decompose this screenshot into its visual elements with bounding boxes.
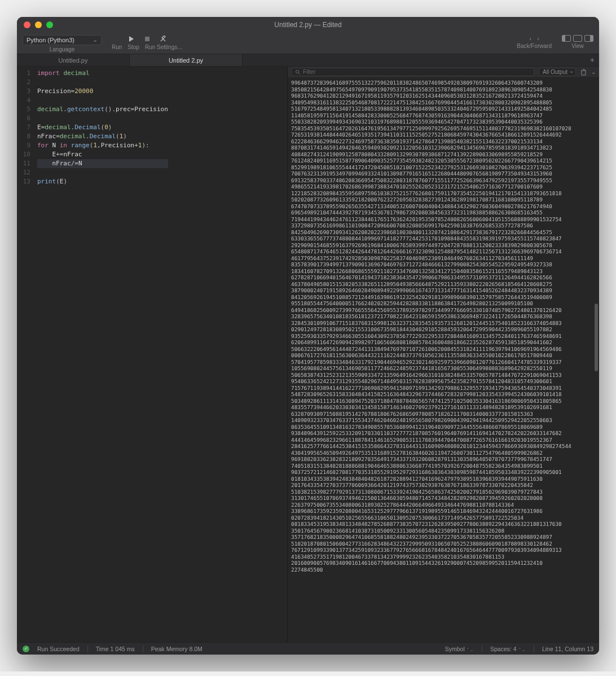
window-title: Untitled 2.py — Edited [17, 21, 599, 29]
cursor-position: Line 11, Column 13 [542, 646, 593, 652]
language-selected-label: Python (Python3) [27, 37, 74, 43]
svg-point-1 [296, 70, 299, 73]
output-pane: Filter All Output ⌄ 99648737283964168975… [288, 67, 599, 642]
status-time-label: Time 1 045 ms [96, 646, 135, 652]
main-split: 12345678910111213 import decimal Precisi… [17, 67, 599, 642]
left-panel-toggle[interactable] [562, 35, 571, 42]
symbol-menu[interactable]: Symbol [445, 646, 474, 652]
output-dropdown-label: All Output [543, 69, 567, 75]
single-panel-toggle[interactable] [573, 35, 582, 42]
line-gutter: 12345678910111213 [17, 67, 35, 642]
divider [534, 646, 534, 652]
tab-label: Untitled 2.py [169, 57, 203, 64]
stop-caption: Stop [127, 44, 139, 50]
language-caption: Language [50, 46, 75, 52]
editor-pane[interactable]: 12345678910111213 import decimal Precisi… [17, 67, 288, 642]
svg-line-2 [298, 73, 300, 74]
zoom-window-button[interactable] [46, 21, 53, 28]
run-button[interactable] [127, 35, 135, 43]
divider [143, 646, 143, 652]
tab-1[interactable]: Untitled 2.py [130, 54, 243, 66]
divider [482, 646, 482, 652]
divider [87, 646, 88, 652]
run-caption: Run [112, 44, 122, 50]
output-text[interactable]: 9964873728396416897555132275962011838248… [288, 78, 599, 642]
spaces-menu[interactable]: Spaces: 4 [490, 646, 526, 652]
stop-button[interactable] [143, 35, 151, 43]
back-button[interactable]: ‹ [529, 35, 531, 42]
app-window: Untitled 2.py — Edited Python (Python3) … [17, 17, 599, 655]
output-scrollbar[interactable] [595, 304, 598, 371]
language-select[interactable]: Python (Python3) [23, 35, 102, 45]
filter-placeholder: Filter [303, 69, 315, 75]
output-expand-button[interactable]: ⌄ [591, 69, 596, 75]
view-caption: View [571, 43, 584, 49]
backforward-caption: Back/Forward [517, 43, 552, 49]
toolbar: Python (Python3) Language R [17, 33, 599, 54]
statusbar: ✓ Run Succeeded Time 1 045 ms Peak Memor… [17, 642, 599, 655]
output-filter-input[interactable]: Filter [291, 68, 534, 76]
new-tab-button[interactable]: + [590, 55, 595, 64]
status-mem-label: Peak Memory 8.0M [151, 646, 203, 652]
tab-0[interactable]: Untitled.py [17, 54, 130, 66]
filter-icon [295, 69, 301, 75]
status-ok-icon: ✓ [23, 646, 29, 652]
close-window-button[interactable] [24, 21, 30, 28]
status-run-label: Run Succeeded [37, 646, 80, 652]
minimize-window-button[interactable] [35, 21, 42, 28]
forward-button[interactable]: › [537, 35, 539, 42]
output-filter-dropdown[interactable]: All Output [539, 68, 576, 76]
clear-output-button[interactable] [580, 69, 587, 76]
run-settings-button[interactable] [159, 35, 167, 43]
svg-rect-0 [145, 37, 149, 41]
tab-label: Untitled.py [59, 57, 88, 64]
output-toolbar: Filter All Output ⌄ [288, 67, 599, 78]
right-panel-toggle[interactable] [584, 35, 593, 42]
settings-caption: Run Settings… [145, 44, 183, 50]
titlebar: Untitled 2.py — Edited [17, 17, 599, 33]
traffic-lights [17, 21, 53, 28]
tab-bar: Untitled.py Untitled 2.py + [17, 54, 599, 67]
code-area[interactable]: import decimal Precision=20000 decimal.g… [35, 67, 168, 642]
